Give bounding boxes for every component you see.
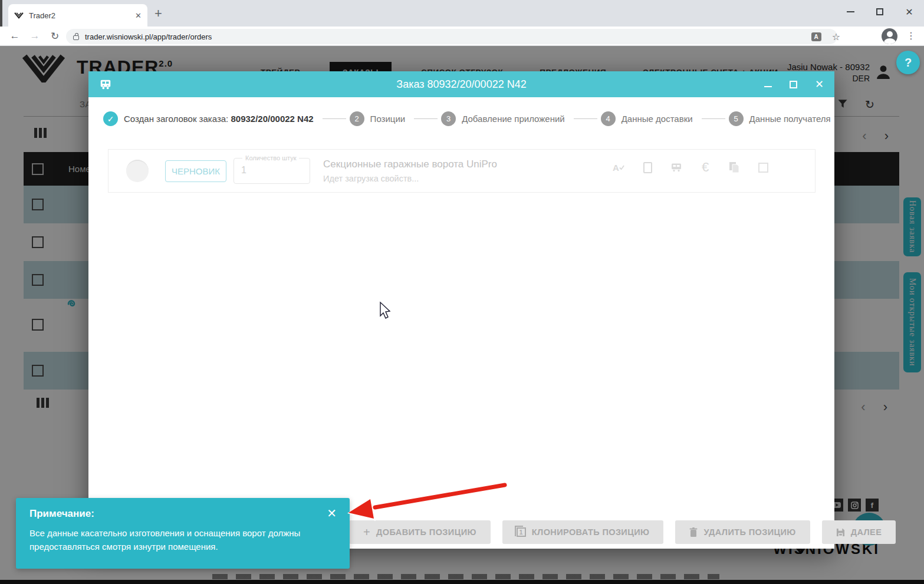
next-button[interactable]: ДАЛЕЕ xyxy=(822,520,896,544)
browser-titlebar: Trader2 ✕ + ✕ xyxy=(0,0,924,27)
step-3-label: Добавление приложений xyxy=(462,114,565,124)
address-bar[interactable]: trader.wisniowski.pl/app/trader/orders xyxy=(66,29,837,44)
order-stepper: ✓ Создан заголовок заказа: 80932/20/0002… xyxy=(103,111,823,126)
price-euro-icon[interactable]: € xyxy=(699,161,711,173)
spellcheck-icon[interactable]: A xyxy=(613,161,624,173)
loading-spinner xyxy=(126,160,149,182)
toast-close-icon[interactable]: ✕ xyxy=(327,506,337,520)
plus-icon: + xyxy=(363,526,370,539)
step-5-circle: 5 xyxy=(729,111,744,126)
delete-position-button[interactable]: УДАЛИТЬ ПОЗИЦИЮ xyxy=(675,520,810,544)
step-2-label: Позиции xyxy=(370,114,406,124)
note-toast: Примечание: Все данные касательно изгото… xyxy=(16,498,350,569)
browser-profile-avatar[interactable] xyxy=(882,28,897,44)
bookmark-star-icon[interactable]: ☆ xyxy=(832,31,840,42)
modal-titlebar: Заказ 80932/20/00022 N42 ✕ xyxy=(88,71,834,97)
trash-icon xyxy=(689,527,698,537)
modal-title: Заказ 80932/20/00022 N42 xyxy=(88,78,834,91)
order-modal: Заказ 80932/20/00022 N42 ✕ ✓ Создан заго… xyxy=(88,71,834,549)
position-row[interactable]: ЧЕРНОВИК Количество штук 1 Секционные га… xyxy=(108,149,816,193)
browser-menu-icon[interactable]: ⋮ xyxy=(906,30,916,41)
quantity-value: 1 xyxy=(241,165,246,176)
back-button[interactable]: ← xyxy=(5,30,25,42)
window-minimize-button[interactable] xyxy=(836,0,865,24)
add-position-button[interactable]: + ДОБАВИТЬ ПОЗИЦИЮ xyxy=(349,520,491,544)
save-icon xyxy=(836,528,845,537)
step-connector xyxy=(414,118,438,119)
toast-body: Все данные касательно изготовления и осн… xyxy=(29,526,324,553)
toast-title: Примечание: xyxy=(29,508,94,520)
clone-position-button[interactable]: 1 КЛОНИРОВАТЬ ПОЗИЦИЮ xyxy=(502,520,664,544)
quantity-field[interactable]: Количество штук 1 xyxy=(234,158,310,184)
product-title: Секционные гаражные ворота UniPro xyxy=(323,159,497,170)
delivery-truck-icon[interactable] xyxy=(670,161,682,173)
window-controls: ✕ xyxy=(836,0,924,24)
clone-icon: 1 xyxy=(517,527,526,537)
step-4-label: Данные доставки xyxy=(622,114,693,124)
step-4-circle: 4 xyxy=(601,111,616,126)
step-1-label: Создан заголовок заказа: 80932/20/00022 … xyxy=(124,114,314,124)
lock-icon[interactable] xyxy=(73,35,79,40)
new-tab-button[interactable]: + xyxy=(154,7,162,20)
tab-close-icon[interactable]: ✕ xyxy=(135,11,142,20)
url-text[interactable]: trader.wisniowski.pl/app/trader/orders xyxy=(85,32,212,41)
step-connector xyxy=(702,118,725,119)
modal-maximize-icon[interactable] xyxy=(790,81,797,88)
help-button[interactable]: ? xyxy=(896,51,920,74)
step-5-label: Данные получателя xyxy=(749,114,831,124)
modal-minimize-icon[interactable] xyxy=(764,86,772,87)
tab-title: Trader2 xyxy=(29,11,135,20)
document-icon[interactable] xyxy=(642,161,653,173)
product-loading-text: Идет загрузка свойств... xyxy=(323,174,497,183)
step-2-circle: 2 xyxy=(350,111,364,126)
quantity-label: Количество штук xyxy=(242,154,299,161)
step-1-check-icon: ✓ xyxy=(103,111,118,126)
browser-tab[interactable]: Trader2 ✕ xyxy=(8,4,147,27)
window-edge xyxy=(0,0,2,27)
window-close-button[interactable]: ✕ xyxy=(895,0,924,24)
favicon-wisniowski xyxy=(14,12,24,19)
status-badge: ЧЕРНОВИК xyxy=(165,160,226,182)
copy-icon[interactable] xyxy=(728,161,740,173)
step-connector xyxy=(574,118,597,119)
reload-button[interactable]: ↻ xyxy=(45,30,65,42)
translate-icon[interactable]: A xyxy=(811,32,821,41)
step-3-circle: 3 xyxy=(441,111,456,126)
select-checkbox[interactable] xyxy=(757,161,769,173)
modal-close-icon[interactable]: ✕ xyxy=(815,78,824,91)
forward-button: → xyxy=(25,30,45,42)
step-connector xyxy=(323,118,346,119)
window-maximize-button[interactable] xyxy=(865,0,895,24)
